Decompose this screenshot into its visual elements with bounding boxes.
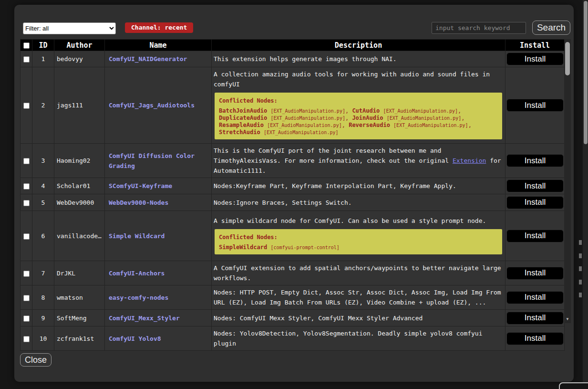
conflict-node-source: [comfyui-prompt-control] — [270, 245, 340, 250]
occluded-ui-fragment — [579, 253, 582, 258]
extension-name-link[interactable]: WebDev9000-Nodes — [105, 194, 212, 211]
table-row: 5WebDev9000WebDev9000-NodesNodes:Ignore … — [21, 194, 565, 211]
cell-id: 9 — [32, 310, 54, 326]
close-button[interactable]: Close — [20, 353, 52, 367]
row-checkbox[interactable] — [23, 158, 30, 164]
extension-name-link[interactable]: ComfyUI_Jags_Audiotools — [105, 67, 212, 144]
install-button[interactable]: Install — [506, 196, 564, 209]
cell-description: A simple wildcard node for ComfyUI. Can … — [212, 211, 505, 261]
description-link[interactable]: Extension — [453, 157, 486, 164]
conflict-warning-box: Conflicted Nodes:SimpleWildcard [comfyui… — [215, 229, 502, 254]
install-button[interactable]: Install — [506, 291, 564, 304]
table-row: 3Haoming02ComfyUI Diffusion Color Gradin… — [21, 144, 565, 178]
table-row: 8wmatsoneasy-comfy-nodesNodes: HTTP POST… — [21, 285, 565, 310]
extension-name-link[interactable]: easy-comfy-nodes — [105, 285, 212, 310]
conflict-title: Conflicted Nodes: — [219, 232, 498, 242]
header-author: Author — [54, 40, 105, 51]
search-button[interactable]: Search — [532, 21, 570, 35]
conflict-node-name: SimpleWildcard — [219, 244, 267, 251]
extension-name-link[interactable]: ComfyUI-Anchors — [105, 261, 212, 285]
install-button[interactable]: Install — [506, 99, 564, 112]
install-button[interactable]: Install — [506, 332, 564, 345]
extension-name-link[interactable]: Simple Wildcard — [105, 211, 212, 261]
cell-author: zcfrank1st — [54, 326, 105, 351]
row-checkbox[interactable] — [23, 200, 30, 206]
conflict-node-source: [EXT_AudioManipulation.py] — [270, 116, 345, 121]
table-row: 10zcfrank1stComfyUI Yolov8Nodes: Yolov8D… — [21, 326, 565, 351]
row-checkbox[interactable] — [23, 103, 30, 109]
header-description: Description — [212, 40, 505, 51]
cell-install: Install — [505, 310, 565, 326]
cell-description: Nodes:Ignore Braces, Settings Switch. — [212, 194, 505, 211]
table-row: 6vanillacode314Simple WildcardA simple w… — [21, 211, 565, 261]
install-button[interactable]: Install — [506, 267, 564, 280]
install-button[interactable]: Install — [506, 312, 564, 325]
extension-name-link[interactable]: ComfyUI Diffusion Color Grading — [105, 144, 212, 178]
table-scrollbar[interactable]: ▼ — [564, 39, 571, 323]
conflict-node-source: [EXT_AudioManipulation.py] — [270, 108, 345, 114]
cell-author: Haoming02 — [54, 144, 105, 178]
conflict-node-source: [EXT_AudioManipulation.py] — [383, 108, 458, 114]
cell-install: Install — [505, 326, 565, 351]
table-row: 2jags111ComfyUI_Jags_AudiotoolsA collect… — [21, 67, 565, 144]
description-text: Nodes:Ignore Braces, Settings Switch. — [214, 199, 352, 206]
page-scrollbar[interactable] — [583, 0, 588, 389]
cell-id: 7 — [32, 261, 54, 285]
install-button[interactable]: Install — [506, 230, 564, 242]
conflict-node-source: [EXT_AudioManipulation.py] — [393, 123, 468, 128]
cutoff-button[interactable] — [559, 382, 588, 389]
cell-id: 3 — [32, 144, 54, 178]
table-row: 7DrJKLComfyUI-AnchorsA ComfyUI extension… — [21, 261, 565, 285]
description-text: A simple wildcard node for ComfyUI. Can … — [214, 217, 486, 224]
row-checkbox[interactable] — [23, 271, 30, 277]
row-checkbox[interactable] — [23, 336, 30, 342]
cell-select — [21, 51, 32, 67]
table-row: 4Scholar01SComfyUI-KeyframeNodes:Keyfram… — [21, 178, 565, 194]
cell-author: wmatson — [54, 285, 105, 310]
extension-name-link[interactable]: ComfyUI Yolov8 — [105, 326, 212, 351]
cell-install: Install — [505, 51, 565, 67]
row-checkbox[interactable] — [23, 56, 30, 63]
cell-description: This is the ComfyUI port of the joint re… — [212, 144, 505, 178]
conflict-node-name: StretchAudio — [219, 129, 260, 136]
extension-name-link[interactable]: SComfyUI-Keyframe — [105, 178, 212, 194]
cell-id: 1 — [32, 51, 54, 67]
cell-id: 4 — [32, 178, 54, 194]
cell-install: Install — [505, 178, 565, 194]
description-text: Nodes: ComfyUI Mexx Styler, ComfyUI Mexx… — [214, 315, 423, 322]
row-checkbox[interactable] — [23, 295, 30, 301]
install-button[interactable]: Install — [506, 179, 564, 192]
search-input[interactable] — [432, 22, 526, 34]
filter-select[interactable]: Filter: all — [23, 22, 116, 34]
table-header-row: ID Author Name Description Install — [21, 40, 565, 51]
cell-author: jags111 — [54, 67, 105, 144]
scrollbar-down-arrow-icon[interactable]: ▼ — [564, 317, 571, 322]
row-checkbox[interactable] — [23, 315, 30, 322]
cell-install: Install — [505, 261, 565, 285]
cell-description: Nodes: ComfyUI Mexx Styler, ComfyUI Mexx… — [212, 310, 505, 326]
conflict-node-name: ResampleAudio — [219, 122, 264, 128]
cell-description: A ComfyUI extension to add spatial ancho… — [212, 261, 505, 285]
install-button[interactable]: Install — [506, 53, 564, 65]
row-checkbox[interactable] — [23, 233, 30, 240]
select-all-checkbox[interactable] — [23, 42, 30, 49]
occluded-ui-fragment — [579, 266, 582, 271]
table-row: 1bedovyyComfyUI_NAIDGeneratorThis extens… — [21, 51, 565, 67]
header-id: ID — [32, 40, 54, 51]
extension-name-link[interactable]: ComfyUI_NAIDGenerator — [105, 51, 212, 67]
cell-select — [21, 310, 32, 326]
custom-nodes-table: ID Author Name Description Install 1bedo… — [20, 39, 571, 323]
cell-id: 2 — [32, 67, 54, 144]
row-checkbox[interactable] — [23, 183, 30, 189]
cell-id: 10 — [32, 326, 54, 351]
page-scrollbar-thumb[interactable] — [584, 1, 588, 144]
install-button[interactable]: Install — [506, 154, 564, 167]
cell-id: 6 — [32, 211, 54, 261]
cell-install: Install — [505, 285, 565, 310]
cell-select — [21, 285, 32, 310]
table-row: 9SoftMengComfyUI_Mexx_StylerNodes: Comfy… — [21, 310, 565, 326]
table-scrollbar-thumb[interactable] — [565, 42, 570, 75]
extension-name-link[interactable]: ComfyUI_Mexx_Styler — [105, 310, 212, 326]
cell-install: Install — [505, 144, 565, 178]
cell-select — [21, 326, 32, 351]
